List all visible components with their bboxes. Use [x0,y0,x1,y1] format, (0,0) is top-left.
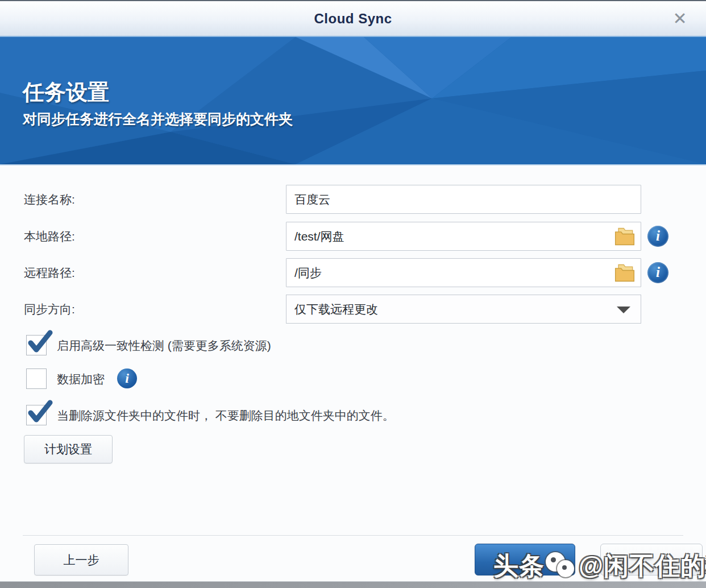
chevron-down-icon [617,307,630,313]
sync-direction-value: 仅下载远程更改 [294,303,378,316]
local-path-folder-browse-icon[interactable] [611,223,639,250]
schedule-settings-button[interactable]: 计划设置 [24,435,113,463]
data-encryption-label: 数据加密 [57,370,105,388]
keep-deleted-files-checkbox[interactable] [26,405,47,425]
remote-path-folder-browse-icon[interactable] [611,259,639,286]
remote-path-info-icon[interactable]: i [647,262,668,283]
page-title: 任务设置 [23,78,109,107]
local-path-input[interactable] [286,222,641,251]
remote-path-input[interactable] [286,258,641,287]
window-bottom-edge [0,581,706,588]
next-button[interactable] [475,544,575,575]
cancel-button[interactable] [600,544,703,575]
keep-deleted-files-label: 当删除源文件夹中的文件时， 不要删除目的地文件夹中的文件。 [57,407,394,425]
advanced-consistency-checkbox[interactable] [26,335,47,355]
folder-icon [612,225,637,248]
folder-icon [612,262,637,284]
local-path-label: 本地路径: [24,222,75,251]
page-subtitle: 对同步任务进行全名并选择要同步的文件夹 [23,110,293,129]
sync-direction-select[interactable]: 仅下载远程更改 [286,295,641,324]
cloud-sync-dialog: Cloud Sync ✕ 任务设置 对同步任务进行全名并选择要同步的文件夹 连接… [0,0,706,588]
close-icon[interactable]: ✕ [670,9,690,30]
data-encryption-checkbox[interactable] [26,368,47,389]
connection-name-label: 连接名称: [24,185,75,214]
footer-divider [23,535,683,536]
wizard-header-banner: 任务设置 对同步任务进行全名并选择要同步的文件夹 [0,36,706,165]
remote-path-label: 远程路径: [24,258,75,287]
advanced-consistency-label: 启用高级一致性检测 (需要更多系统资源) [57,337,271,355]
local-path-info-icon[interactable]: i [647,226,668,247]
data-encryption-info-icon[interactable]: i [117,368,137,388]
connection-name-input[interactable] [286,185,641,214]
back-button[interactable]: 上一步 [34,544,128,575]
sync-direction-label: 同步方向: [24,295,75,324]
window-title: Cloud Sync [0,11,706,27]
title-bar: Cloud Sync ✕ [0,0,706,36]
